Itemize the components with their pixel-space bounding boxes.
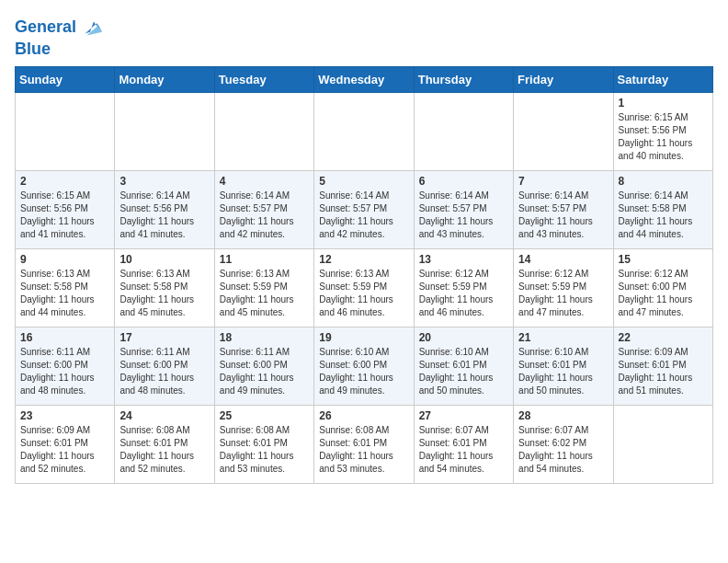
calendar-cell: 1Sunrise: 6:15 AM Sunset: 5:56 PM Daylig… bbox=[613, 92, 712, 170]
calendar-cell bbox=[214, 92, 313, 170]
weekday-header-wednesday: Wednesday bbox=[314, 66, 414, 92]
day-number: 6 bbox=[419, 175, 508, 188]
day-number: 10 bbox=[119, 253, 209, 266]
calendar-cell: 26Sunrise: 6:08 AM Sunset: 6:01 PM Dayli… bbox=[314, 405, 414, 483]
day-info: Sunrise: 6:07 AM Sunset: 6:01 PM Dayligh… bbox=[419, 424, 508, 476]
calendar-cell: 22Sunrise: 6:09 AM Sunset: 6:01 PM Dayli… bbox=[613, 327, 712, 405]
day-number: 22 bbox=[619, 331, 708, 344]
calendar-cell: 28Sunrise: 6:07 AM Sunset: 6:02 PM Dayli… bbox=[514, 405, 613, 483]
day-info: Sunrise: 6:11 AM Sunset: 6:00 PM Dayligh… bbox=[220, 346, 309, 397]
logo-icon bbox=[78, 15, 104, 40]
day-number: 17 bbox=[119, 331, 209, 344]
day-info: Sunrise: 6:08 AM Sunset: 6:01 PM Dayligh… bbox=[119, 424, 209, 476]
calendar-cell: 10Sunrise: 6:13 AM Sunset: 5:58 PM Dayli… bbox=[115, 248, 214, 327]
day-number: 11 bbox=[220, 253, 309, 266]
day-info: Sunrise: 6:12 AM Sunset: 5:59 PM Dayligh… bbox=[518, 268, 608, 319]
day-info: Sunrise: 6:10 AM Sunset: 6:01 PM Dayligh… bbox=[518, 346, 608, 397]
calendar-cell bbox=[16, 92, 115, 170]
calendar-cell: 5Sunrise: 6:14 AM Sunset: 5:57 PM Daylig… bbox=[314, 170, 414, 248]
calendar-cell: 25Sunrise: 6:08 AM Sunset: 6:01 PM Dayli… bbox=[214, 405, 313, 483]
day-info: Sunrise: 6:11 AM Sunset: 6:00 PM Dayligh… bbox=[119, 346, 209, 397]
day-info: Sunrise: 6:10 AM Sunset: 6:01 PM Dayligh… bbox=[419, 346, 508, 397]
calendar-cell: 6Sunrise: 6:14 AM Sunset: 5:57 PM Daylig… bbox=[414, 170, 513, 248]
calendar-cell: 13Sunrise: 6:12 AM Sunset: 5:59 PM Dayli… bbox=[414, 248, 513, 327]
day-number: 15 bbox=[619, 253, 708, 266]
day-number: 23 bbox=[20, 409, 109, 422]
calendar-cell: 14Sunrise: 6:12 AM Sunset: 5:59 PM Dayli… bbox=[514, 248, 613, 327]
calendar-cell: 21Sunrise: 6:10 AM Sunset: 6:01 PM Dayli… bbox=[514, 327, 613, 405]
day-number: 25 bbox=[220, 409, 309, 422]
day-number: 27 bbox=[419, 409, 508, 422]
weekday-header-row: SundayMondayTuesdayWednesdayThursdayFrid… bbox=[16, 66, 713, 92]
calendar-cell bbox=[314, 92, 414, 170]
calendar-cell bbox=[613, 405, 712, 483]
calendar-cell: 18Sunrise: 6:11 AM Sunset: 6:00 PM Dayli… bbox=[214, 327, 313, 405]
calendar-cell: 7Sunrise: 6:14 AM Sunset: 5:57 PM Daylig… bbox=[514, 170, 613, 248]
calendar-cell: 12Sunrise: 6:13 AM Sunset: 5:59 PM Dayli… bbox=[314, 248, 414, 327]
calendar-cell: 23Sunrise: 6:09 AM Sunset: 6:01 PM Dayli… bbox=[16, 405, 115, 483]
day-info: Sunrise: 6:14 AM Sunset: 5:57 PM Dayligh… bbox=[319, 190, 408, 241]
calendar-table: SundayMondayTuesdayWednesdayThursdayFrid… bbox=[15, 66, 713, 484]
day-info: Sunrise: 6:14 AM Sunset: 5:57 PM Dayligh… bbox=[419, 190, 508, 241]
weekday-header-saturday: Saturday bbox=[613, 66, 712, 92]
weekday-header-sunday: Sunday bbox=[16, 66, 115, 92]
day-info: Sunrise: 6:11 AM Sunset: 6:00 PM Dayligh… bbox=[20, 346, 109, 397]
day-info: Sunrise: 6:07 AM Sunset: 6:02 PM Dayligh… bbox=[518, 424, 608, 476]
weekday-header-tuesday: Tuesday bbox=[214, 66, 313, 92]
day-info: Sunrise: 6:14 AM Sunset: 5:58 PM Dayligh… bbox=[619, 190, 708, 241]
day-info: Sunrise: 6:15 AM Sunset: 5:56 PM Dayligh… bbox=[619, 111, 708, 163]
day-info: Sunrise: 6:12 AM Sunset: 5:59 PM Dayligh… bbox=[419, 268, 508, 319]
day-info: Sunrise: 6:09 AM Sunset: 6:01 PM Dayligh… bbox=[20, 424, 109, 476]
day-number: 26 bbox=[319, 409, 408, 422]
calendar-cell: 2Sunrise: 6:15 AM Sunset: 5:56 PM Daylig… bbox=[16, 170, 115, 248]
calendar-cell: 17Sunrise: 6:11 AM Sunset: 6:00 PM Dayli… bbox=[115, 327, 214, 405]
day-info: Sunrise: 6:14 AM Sunset: 5:56 PM Dayligh… bbox=[119, 190, 209, 241]
day-number: 14 bbox=[518, 253, 608, 266]
day-info: Sunrise: 6:09 AM Sunset: 6:01 PM Dayligh… bbox=[619, 346, 708, 397]
day-number: 20 bbox=[419, 331, 508, 344]
calendar-cell: 4Sunrise: 6:14 AM Sunset: 5:57 PM Daylig… bbox=[214, 170, 313, 248]
day-number: 19 bbox=[319, 331, 408, 344]
day-number: 3 bbox=[119, 175, 209, 188]
page-header: General Blue bbox=[15, 15, 713, 59]
day-info: Sunrise: 6:12 AM Sunset: 6:00 PM Dayligh… bbox=[619, 268, 708, 319]
calendar-cell bbox=[414, 92, 513, 170]
calendar-cell bbox=[514, 92, 613, 170]
day-info: Sunrise: 6:13 AM Sunset: 5:59 PM Dayligh… bbox=[220, 268, 309, 319]
day-number: 9 bbox=[20, 253, 109, 266]
calendar-cell bbox=[115, 92, 214, 170]
calendar-cell: 9Sunrise: 6:13 AM Sunset: 5:58 PM Daylig… bbox=[16, 248, 115, 327]
day-info: Sunrise: 6:14 AM Sunset: 5:57 PM Dayligh… bbox=[220, 190, 309, 241]
calendar-week-row: 23Sunrise: 6:09 AM Sunset: 6:01 PM Dayli… bbox=[16, 405, 713, 483]
day-info: Sunrise: 6:08 AM Sunset: 6:01 PM Dayligh… bbox=[319, 424, 408, 476]
calendar-cell: 11Sunrise: 6:13 AM Sunset: 5:59 PM Dayli… bbox=[214, 248, 313, 327]
logo: General Blue bbox=[15, 15, 104, 59]
calendar-cell: 19Sunrise: 6:10 AM Sunset: 6:00 PM Dayli… bbox=[314, 327, 414, 405]
weekday-header-monday: Monday bbox=[115, 66, 214, 92]
calendar-cell: 16Sunrise: 6:11 AM Sunset: 6:00 PM Dayli… bbox=[16, 327, 115, 405]
day-number: 1 bbox=[619, 97, 708, 109]
calendar-cell: 8Sunrise: 6:14 AM Sunset: 5:58 PM Daylig… bbox=[613, 170, 712, 248]
day-number: 21 bbox=[518, 331, 608, 344]
calendar-cell: 20Sunrise: 6:10 AM Sunset: 6:01 PM Dayli… bbox=[414, 327, 513, 405]
calendar-week-row: 16Sunrise: 6:11 AM Sunset: 6:00 PM Dayli… bbox=[16, 327, 713, 405]
day-info: Sunrise: 6:08 AM Sunset: 6:01 PM Dayligh… bbox=[220, 424, 309, 476]
calendar-cell: 24Sunrise: 6:08 AM Sunset: 6:01 PM Dayli… bbox=[115, 405, 214, 483]
day-info: Sunrise: 6:13 AM Sunset: 5:58 PM Dayligh… bbox=[119, 268, 209, 319]
day-number: 13 bbox=[419, 253, 508, 266]
logo-blue-text: Blue bbox=[15, 40, 104, 59]
day-number: 7 bbox=[518, 175, 608, 188]
day-number: 8 bbox=[619, 175, 708, 188]
day-number: 12 bbox=[319, 253, 408, 266]
day-number: 18 bbox=[220, 331, 309, 344]
calendar-week-row: 9Sunrise: 6:13 AM Sunset: 5:58 PM Daylig… bbox=[16, 248, 713, 327]
calendar-week-row: 1Sunrise: 6:15 AM Sunset: 5:56 PM Daylig… bbox=[16, 92, 713, 170]
day-info: Sunrise: 6:13 AM Sunset: 5:59 PM Dayligh… bbox=[319, 268, 408, 319]
day-info: Sunrise: 6:14 AM Sunset: 5:57 PM Dayligh… bbox=[518, 190, 608, 241]
day-number: 5 bbox=[319, 175, 408, 188]
weekday-header-friday: Friday bbox=[514, 66, 613, 92]
calendar-cell: 15Sunrise: 6:12 AM Sunset: 6:00 PM Dayli… bbox=[613, 248, 712, 327]
weekday-header-thursday: Thursday bbox=[414, 66, 513, 92]
day-info: Sunrise: 6:15 AM Sunset: 5:56 PM Dayligh… bbox=[20, 190, 109, 241]
day-number: 24 bbox=[119, 409, 209, 422]
